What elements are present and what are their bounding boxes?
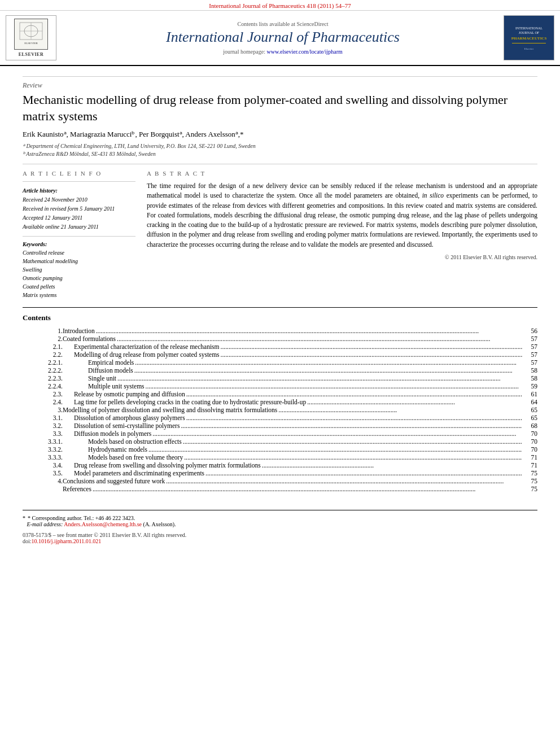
article-type-label: Review xyxy=(23,81,537,90)
toc-label: Dissolution of semi-crystalline polymers xyxy=(74,422,180,429)
toc-row: 2.3. Release by osmotic pumping and diff… xyxy=(23,390,537,398)
toc-label: Conclusions and suggested future work xyxy=(63,478,165,484)
toc-row: 3. Modelling of polymer dissolution and … xyxy=(23,406,537,414)
toc-row: 3.3.2. Hydrodynamic models .............… xyxy=(23,445,537,453)
journal-reference-bar: International Journal of Pharmaceutics 4… xyxy=(0,0,560,11)
keyword-6: Matrix systems xyxy=(23,291,135,299)
toc-label: Release by osmotic pumping and diffusion xyxy=(74,391,185,397)
keywords-section: Keywords: Controlled release Mathematica… xyxy=(23,241,135,299)
journal-homepage-link[interactable]: www.elsevier.com/locate/ijpharm xyxy=(266,49,342,55)
keyword-4: Osmotic pumping xyxy=(23,274,135,282)
journal-logo-right: INTERNATIONAL JOURNAL OF PHARMACEUTICS E… xyxy=(504,15,554,60)
available-date: Available online 21 January 2011 xyxy=(23,222,135,231)
contents-title: Contents xyxy=(23,313,537,322)
toc-label: Single unit xyxy=(88,375,116,382)
affiliations-block: ᵃ Department of Chemical Engineering, LT… xyxy=(23,142,537,158)
svg-rect-9 xyxy=(512,43,546,43)
svg-text:ELSEVIER: ELSEVIER xyxy=(24,42,38,45)
toc-label: Model parameters and discriminating expe… xyxy=(74,470,204,477)
keywords-title: Keywords: xyxy=(23,241,135,247)
journal-title: International Journal of Pharmaceutics xyxy=(166,28,400,46)
svg-text:JOURNAL OF: JOURNAL OF xyxy=(519,31,540,34)
affiliation-b: ᵇ AstraZeneca R&D Mölndal, SE-431 83 Möl… xyxy=(23,150,537,158)
history-title: Article history: xyxy=(23,186,135,195)
toc-label: Diffusion models xyxy=(88,367,133,374)
email-suffix: (A. Axelsson). xyxy=(143,521,176,527)
abstract-col: A B S T R A C T The time required for th… xyxy=(147,170,537,299)
toc-label: Hydrodynamic models xyxy=(88,446,147,453)
svg-text:PHARMACEUTICS: PHARMACEUTICS xyxy=(511,36,547,41)
corresponding-email[interactable]: Anders.Axelsson@chemeng.lth.se xyxy=(64,521,142,527)
toc-row: 3.5. Model parameters and discriminating… xyxy=(23,469,537,477)
toc-row: 2.4. Lag time for pellets developing cra… xyxy=(23,398,537,406)
corresponding-author-text: * Corresponding author. Tel.: +46 46 222… xyxy=(28,515,135,521)
toc-label: Coated formulations xyxy=(63,335,116,342)
journal-title-block: Contents lists available at ScienceDirec… xyxy=(62,15,504,60)
authors-text: Erik Kaunistoᵃ, Mariagrazia Marucciᵇ, Pe… xyxy=(23,130,244,138)
svg-text:INTERNATIONAL: INTERNATIONAL xyxy=(515,27,542,30)
toc-table: 1. Introduction ........................… xyxy=(23,327,537,493)
toc-label: Modelling of polymer dissolution and swe… xyxy=(63,407,277,413)
toc-label: Experimental characterization of the rel… xyxy=(74,343,220,350)
toc-label: Introduction xyxy=(63,327,95,334)
email-line: E-mail address: Anders.Axelsson@chemeng.… xyxy=(23,521,537,527)
keyword-3: Swelling xyxy=(23,265,135,274)
journal-homepage: journal homepage: www.elsevier.com/locat… xyxy=(223,49,343,55)
footer-issn: 0378-5173/$ – see front matter © 2011 El… xyxy=(23,532,537,544)
abstract-header: A B S T R A C T xyxy=(147,170,537,177)
doi-link[interactable]: 10.1016/j.ijpharm.2011.01.021 xyxy=(32,538,102,544)
copyright-line: © 2011 Elsevier B.V. All rights reserved… xyxy=(147,254,537,260)
toc-label: Lag time for pellets developing cracks i… xyxy=(74,399,306,405)
toc-row: References .............................… xyxy=(23,485,537,493)
article-history: Article history: Received 24 November 20… xyxy=(23,186,135,231)
toc-row: 3.3.1. Models based on obstruction effec… xyxy=(23,438,537,445)
contents-available-line: Contents lists available at ScienceDirec… xyxy=(237,21,328,27)
toc-label: Dissolution of amorphous glassy polymers xyxy=(74,414,185,421)
toc-row: 3.4. Drug release from swelling and diss… xyxy=(23,461,537,469)
toc-row: 3.1. Dissolution of amorphous glassy pol… xyxy=(23,414,537,422)
toc-row: 3.3. Diffusion models in polymers ......… xyxy=(23,430,537,438)
keyword-5: Coated pellets xyxy=(23,282,135,291)
article-info-abstract: A R T I C L E I N F O Article history: R… xyxy=(23,170,537,299)
toc-label: Diffusion models in polymers xyxy=(74,430,151,437)
keyword-1: Controlled release xyxy=(23,248,135,257)
toc-label: Drug release from swelling and dissolvin… xyxy=(74,462,261,469)
toc-row: 3.3.3. Models based on free volume theor… xyxy=(23,453,537,461)
toc-label: Empirical models xyxy=(88,359,134,366)
toc-row: 2.1. Experimental characterization of th… xyxy=(23,343,537,351)
toc-row: 2.2.2. Diffusion models ................… xyxy=(23,366,537,374)
toc-label: Multiple unit systems xyxy=(88,383,145,390)
journal-header: ELSEVIER ELSEVIER Contents lists availab… xyxy=(0,11,560,66)
toc-row: 3.2. Dissolution of semi-crystalline pol… xyxy=(23,422,537,430)
keyword-2: Mathematical modelling xyxy=(23,257,135,265)
authors-line: Erik Kaunistoᵃ, Mariagrazia Marucciᵇ, Pe… xyxy=(23,130,537,139)
issn-text: 0378-5173/$ – see front matter © 2011 El… xyxy=(23,532,537,538)
received-revised-date: Received in revised form 5 January 2011 xyxy=(23,204,135,213)
main-content: Review Mechanistic modelling of drug rel… xyxy=(0,66,560,550)
contents-section: Contents 1. Introduction ...............… xyxy=(23,313,537,493)
article-title: Mechanistic modelling of drug release fr… xyxy=(23,92,537,124)
received-date: Received 24 November 2010 xyxy=(23,195,135,204)
footer-section: * * Corresponding author. Tel.: +46 46 2… xyxy=(23,510,537,544)
toc-label: References xyxy=(63,486,91,492)
corresponding-author-note: * * Corresponding author. Tel.: +46 46 2… xyxy=(23,515,537,521)
doi-text: doi:10.1016/j.ijpharm.2011.01.021 xyxy=(23,538,537,544)
toc-row: 2.2.3. Single unit .....................… xyxy=(23,374,537,382)
abstract-text: The time required for the design of a ne… xyxy=(147,181,537,250)
toc-row: 2. Coated formulations .................… xyxy=(23,335,537,343)
elsevier-logo: ELSEVIER ELSEVIER xyxy=(6,15,56,60)
elsevier-logo-image: ELSEVIER xyxy=(14,19,48,50)
article-info-header: A R T I C L E I N F O xyxy=(23,170,135,177)
toc-row: 1. Introduction ........................… xyxy=(23,327,537,335)
svg-text:Elsevier: Elsevier xyxy=(524,47,534,50)
toc-label: Modelling of drug release from polymer c… xyxy=(74,351,220,358)
toc-row: 4. Conclusions and suggested future work… xyxy=(23,477,537,485)
toc-label: Models based on obstruction effects xyxy=(88,438,182,445)
toc-row: 2.2. Modelling of drug release from poly… xyxy=(23,351,537,359)
affiliation-a: ᵃ Department of Chemical Engineering, LT… xyxy=(23,142,537,150)
elsevier-text: ELSEVIER xyxy=(19,52,43,57)
toc-row: 2.2.4. Multiple unit systems ...........… xyxy=(23,382,537,390)
toc-label: Models based on free volume theory xyxy=(88,454,183,461)
toc-row: 2.2.1. Empirical models ................… xyxy=(23,359,537,366)
accepted-date: Accepted 12 January 2011 xyxy=(23,213,135,222)
